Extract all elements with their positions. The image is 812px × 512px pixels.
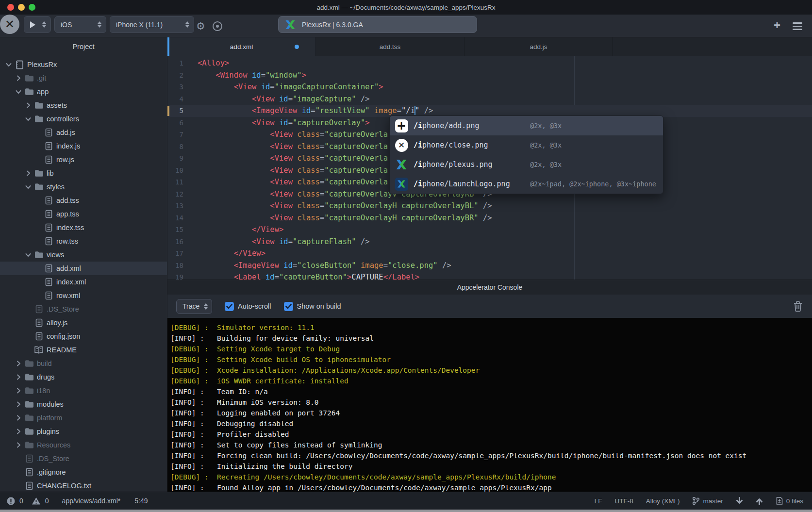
- tree-item-readme[interactable]: README: [0, 343, 167, 357]
- app-version-selector[interactable]: PlexusRx | 6.3.0.GA: [278, 16, 477, 33]
- settings-gear-icon[interactable]: ⚙: [196, 20, 205, 32]
- code-line-content: </View>: [183, 224, 812, 236]
- target-icon[interactable]: [213, 21, 222, 31]
- tree-item-add-js[interactable]: add.js: [0, 126, 167, 139]
- chevron-right-icon[interactable]: [14, 401, 23, 407]
- console-header[interactable]: Appcelerator Console: [167, 280, 812, 295]
- tree-item-plexusrx[interactable]: PlexusRx: [0, 58, 167, 71]
- tree-item-controllers[interactable]: controllers: [0, 112, 167, 126]
- run-button[interactable]: [24, 16, 51, 33]
- statusbar-cursor-position[interactable]: 5:49: [134, 497, 148, 505]
- statusbar-file-path[interactable]: app/views/add.xml*: [62, 497, 121, 505]
- tree-item--ds-store[interactable]: .DS_Store: [0, 302, 167, 316]
- chevron-down-icon[interactable]: [4, 63, 14, 67]
- chevron-right-icon[interactable]: [14, 442, 23, 448]
- tab-add-js[interactable]: add.js: [464, 37, 613, 56]
- chevron-down-icon[interactable]: [23, 117, 33, 121]
- autocomplete-item-phone-add-png[interactable]: +/iphone/add.png@2x, @3x: [390, 116, 663, 135]
- tree-item-views[interactable]: views: [0, 248, 167, 262]
- tab-add-tss[interactable]: add.tss: [316, 37, 464, 56]
- tree-item-changelog-txt[interactable]: CHANGELOG.txt: [0, 479, 167, 492]
- device-select[interactable]: iPhone X (11.1): [110, 16, 194, 33]
- tab-add-xml[interactable]: add.xml: [167, 37, 316, 56]
- chevron-right-icon[interactable]: [14, 415, 23, 421]
- chevron-down-icon[interactable]: [23, 253, 33, 257]
- tree-item-drugs[interactable]: drugs: [0, 370, 167, 384]
- tree-item-config-json[interactable]: config.json: [0, 330, 167, 343]
- line-number: 3: [167, 81, 183, 93]
- statusbar-changed-files[interactable]: 0 files: [776, 496, 803, 505]
- run-options-stepper-icon[interactable]: [42, 21, 46, 28]
- tree-item-modules[interactable]: modules: [0, 397, 167, 411]
- chevron-right-icon[interactable]: [14, 388, 23, 394]
- tree-item-lib[interactable]: lib: [0, 166, 167, 180]
- tree-item-index-js[interactable]: index.js: [0, 139, 167, 153]
- tree-item-index-xml[interactable]: index.xml: [0, 275, 167, 289]
- push-arrow-up-icon[interactable]: [756, 497, 763, 505]
- autoscroll-checkbox-group[interactable]: Auto-scroll: [225, 302, 271, 311]
- toolbar: ✕ iOS iPhone X (11.1) ⚙ PlexusRx | 6.3.0…: [0, 15, 812, 37]
- showonbuild-checkbox[interactable]: [284, 302, 293, 311]
- folder-icon: [23, 400, 35, 408]
- chevron-right-icon[interactable]: [23, 102, 33, 108]
- statusbar-line-ending[interactable]: LF: [595, 497, 602, 505]
- autocomplete-item-densities: @2x, @3x: [530, 141, 562, 149]
- log-level-select[interactable]: Trace: [176, 299, 212, 314]
- autocomplete-item-phone-plexus-png[interactable]: /iphone/plexus.png@2x, @3x: [390, 155, 663, 174]
- tree-item-build[interactable]: build: [0, 357, 167, 370]
- file-icon: [43, 223, 54, 232]
- line-number: 5: [167, 105, 183, 117]
- clear-console-trash-icon[interactable]: [793, 300, 803, 314]
- autocomplete-item-phone-close-png[interactable]: ✕/iphone/close.png@2x, @3x: [390, 135, 663, 155]
- tree-item-add-xml[interactable]: add.xml: [0, 262, 167, 275]
- showonbuild-checkbox-group[interactable]: Show on build: [284, 302, 341, 311]
- code-line-content: </View>: [183, 248, 812, 260]
- tree-item-label: alloy.js: [47, 319, 67, 327]
- tree-item-index-tss[interactable]: index.tss: [0, 221, 167, 234]
- tree-item-row-js[interactable]: row.js: [0, 153, 167, 166]
- tree-item-label: .gitignore: [37, 468, 66, 476]
- autocomplete-popup: +/iphone/add.png@2x, @3x✕/iphone/close.p…: [389, 116, 663, 194]
- tree-item-assets[interactable]: assets: [0, 99, 167, 112]
- tree-item-styles[interactable]: styles: [0, 180, 167, 194]
- platform-select[interactable]: iOS: [54, 16, 106, 33]
- autoscroll-checkbox[interactable]: [225, 302, 234, 311]
- line-number: 14: [167, 212, 183, 224]
- chevron-right-icon[interactable]: [14, 374, 23, 380]
- tree-item-platform[interactable]: platform: [0, 411, 167, 425]
- tree-item--ds-store[interactable]: .DS_Store: [0, 452, 167, 465]
- close-image-icon: ✕: [394, 138, 409, 152]
- launchlogo-image-icon: [394, 177, 409, 191]
- minimize-window-button[interactable]: [18, 4, 25, 11]
- chevron-right-icon[interactable]: [14, 361, 23, 366]
- chevron-right-icon[interactable]: [14, 75, 23, 81]
- statusbar-encoding[interactable]: UTF-8: [614, 497, 633, 505]
- tree-item-row-tss[interactable]: row.tss: [0, 234, 167, 248]
- line-number: 8: [167, 141, 183, 153]
- zoom-window-button[interactable]: [29, 4, 35, 11]
- tree-item-app[interactable]: app: [0, 85, 167, 99]
- console-log[interactable]: [DEBUG] : Simulator version: 11.1[INFO] …: [167, 318, 812, 492]
- chevron-right-icon[interactable]: [23, 170, 33, 176]
- tree-item--git[interactable]: .git: [0, 71, 167, 85]
- tree-item-resources[interactable]: Resources: [0, 438, 167, 452]
- tree-item-alloy-js[interactable]: alloy.js: [0, 316, 167, 330]
- tree-item-add-tss[interactable]: add.tss: [0, 194, 167, 207]
- tree-item--gitignore[interactable]: .gitignore: [0, 465, 167, 479]
- statusbar-git-branch[interactable]: master: [692, 496, 723, 505]
- chevron-down-icon[interactable]: [23, 185, 33, 189]
- tree-item-label: index.tss: [56, 224, 84, 231]
- statusbar-language-mode[interactable]: Alloy (XML): [646, 497, 680, 505]
- tree-item-app-tss[interactable]: app.tss: [0, 207, 167, 221]
- tree-item-i18n[interactable]: i18n: [0, 384, 167, 397]
- tree-item-row-xml[interactable]: row.xml: [0, 289, 167, 302]
- autocomplete-item-phone-LaunchLogo-png[interactable]: /iphone/LaunchLogo.png@2x~ipad, @2x~ipho…: [390, 174, 663, 194]
- log-line: [INFO] : Debugging disabled: [170, 418, 812, 429]
- close-window-button[interactable]: [7, 4, 14, 11]
- menu-icon[interactable]: [793, 22, 802, 30]
- tree-item-plugins[interactable]: plugins: [0, 425, 167, 438]
- add-button[interactable]: +: [774, 18, 780, 32]
- chevron-right-icon[interactable]: [14, 429, 23, 434]
- pull-arrow-down-icon[interactable]: [736, 497, 743, 505]
- chevron-down-icon[interactable]: [14, 90, 23, 94]
